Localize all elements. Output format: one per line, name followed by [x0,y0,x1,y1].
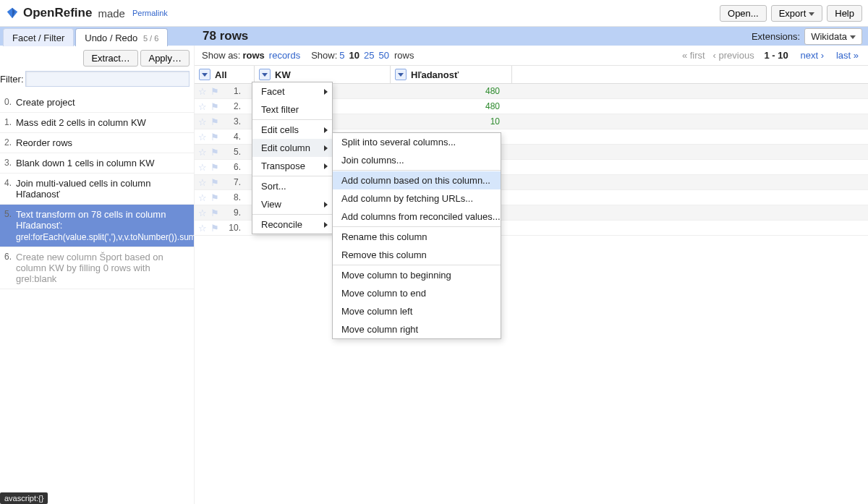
history-item-number: 4. [4,178,16,200]
tab-facet-filter[interactable]: Facet / Filter [3,28,74,46]
menu-edit-cells[interactable]: Edit cells [252,121,332,139]
submenu-remove-column[interactable]: Remove this column [333,246,501,264]
history-item-number: 1. [4,117,16,128]
history-item[interactable]: 6.Create new column Šport based on colum… [0,247,194,289]
flag-icon[interactable]: ⚑ [210,162,220,172]
filter-label: Filter: [0,74,24,85]
apply-button[interactable]: Apply… [140,50,190,67]
history-item[interactable]: 5.Text transform on 78 cells in column H… [0,205,194,247]
star-icon[interactable]: ☆ [197,116,208,127]
cell-hladanost[interactable]: 480 [383,86,504,96]
star-icon[interactable]: ☆ [197,208,208,218]
cell-hladanost[interactable]: 480 [383,101,504,111]
row-number: 5. [224,147,241,157]
show-10[interactable]: 10 [349,50,359,61]
page-range: 1 - 10 [764,50,788,61]
star-icon[interactable]: ☆ [197,101,208,111]
page-next[interactable]: next › [801,50,825,61]
flag-icon[interactable]: ⚑ [210,116,220,127]
row-number: 2. [224,101,241,111]
star-icon[interactable]: ☆ [197,177,208,187]
chevron-right-icon [324,163,328,169]
cell-hladanost[interactable]: 10 [383,116,504,127]
row-number: 7. [224,177,241,187]
undo-count: 5 / 6 [143,34,158,43]
menu-transpose[interactable]: Transpose [252,157,332,175]
star-icon[interactable]: ☆ [197,223,208,233]
submenu-add-column-based[interactable]: Add column based on this column... [333,171,501,189]
star-icon[interactable]: ☆ [197,132,208,142]
permalink-link[interactable]: Permalink [132,9,168,17]
submenu-add-columns-recon[interactable]: Add columns from reconciled values... [333,208,501,226]
flag-icon[interactable]: ⚑ [210,101,220,111]
show-as-rows[interactable]: rows [242,50,264,61]
star-icon[interactable]: ☆ [197,147,208,157]
submenu-rename-column[interactable]: Rename this column [333,228,501,246]
show-5[interactable]: 5 [339,50,344,61]
extract-button[interactable]: Extract… [83,50,137,67]
star-icon[interactable]: ☆ [197,86,208,96]
menu-text-filter[interactable]: Text filter [252,101,332,119]
flag-icon[interactable]: ⚑ [210,132,220,142]
show-as-records[interactable]: records [269,50,300,61]
show-50[interactable]: 50 [379,50,389,61]
project-name: made [98,7,125,20]
help-button[interactable]: Help [827,5,862,22]
flag-icon[interactable]: ⚑ [210,223,220,233]
row-number: 4. [224,132,241,142]
submenu-split-columns[interactable]: Split into several columns... [333,133,501,151]
history-item-text: Create project [16,97,190,108]
all-column-menu[interactable] [199,69,210,80]
page-first[interactable]: « first [682,50,705,61]
row-number: 8. [224,192,241,202]
flag-icon[interactable]: ⚑ [210,147,220,157]
menu-reconcile[interactable]: Reconcile [252,215,332,234]
row-number: 10. [224,223,241,233]
export-button[interactable]: Export [771,5,823,22]
history-item[interactable]: 0.Create project [0,93,194,113]
tab-undo-redo[interactable]: Undo / Redo 5 / 6 [75,28,168,46]
history-item[interactable]: 2.Reorder rows [0,133,194,153]
column-menu[interactable]: Facet Text filter Edit cells Edit column… [252,82,333,234]
page-last[interactable]: last » [836,50,859,61]
submenu-move-right[interactable]: Move column right [333,320,501,338]
menu-facet[interactable]: Facet [252,82,332,101]
flag-icon[interactable]: ⚑ [210,192,220,202]
chevron-right-icon [324,222,328,228]
show-label: Show: [311,50,337,61]
page-previous[interactable]: ‹ previous [713,50,754,61]
submenu-move-left[interactable]: Move column left [333,302,501,320]
logo-icon [6,7,19,20]
submenu-move-beginning[interactable]: Move column to beginning [333,266,501,284]
hladanost-column-menu[interactable] [395,69,407,80]
menu-view[interactable]: View [252,195,332,213]
history-item-text: Join multi-valued cells in column Hľadan… [16,178,190,200]
history-item[interactable]: 4.Join multi-valued cells in column Hľad… [0,174,194,205]
hladanost-header: Hľadanosť [411,69,459,80]
filter-input[interactable] [25,71,190,87]
flag-icon[interactable]: ⚑ [210,86,220,96]
show-rows-suffix: rows [394,50,414,61]
extension-wikidata[interactable]: Wikidata [804,28,862,45]
history-item[interactable]: 1.Mass edit 2 cells in column KW [0,113,194,133]
history-item-text: Reorder rows [16,137,190,148]
submenu-add-column-fetch[interactable]: Add column by fetching URLs... [333,189,501,208]
menu-edit-column[interactable]: Edit column [252,139,332,157]
submenu-join-columns[interactable]: Join columns... [333,151,501,169]
submenu-move-end[interactable]: Move column to end [333,284,501,302]
show-25[interactable]: 25 [364,50,374,61]
history-item-number: 0. [4,97,16,108]
flag-icon[interactable]: ⚑ [210,177,220,187]
flag-icon[interactable]: ⚑ [210,208,220,218]
row-count: 78 rows [203,29,248,43]
status-chip: avascript:{} [0,492,48,504]
history-item-number: 6. [4,252,16,284]
open-button[interactable]: Open... [720,5,767,22]
star-icon[interactable]: ☆ [197,162,208,172]
history-item[interactable]: 3.Blank down 1 cells in column KW [0,153,194,174]
star-icon[interactable]: ☆ [197,192,208,202]
menu-sort[interactable]: Sort... [252,177,332,195]
chevron-right-icon [324,89,328,95]
edit-column-submenu[interactable]: Split into several columns... Join colum… [332,132,501,339]
kw-column-menu[interactable] [259,69,271,80]
